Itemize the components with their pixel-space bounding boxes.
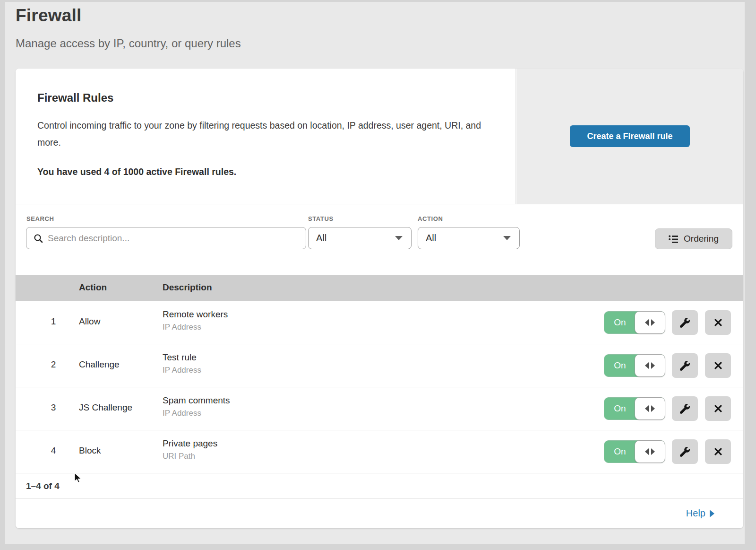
delete-rule-button[interactable]: [705, 353, 731, 378]
toggle-handle[interactable]: [635, 311, 665, 334]
rule-controls: On: [604, 301, 731, 344]
triangle-right-icon: [651, 405, 655, 412]
table-row: 1 Allow Remote workers IP Address On: [16, 301, 743, 344]
edit-rule-button[interactable]: [672, 310, 698, 335]
search-label: SEARCH: [26, 215, 54, 222]
rule-action: Challenge: [79, 359, 120, 370]
triangle-right-icon: [651, 448, 655, 455]
wrench-icon: [680, 447, 690, 457]
table-header-row: Action Description: [16, 275, 743, 301]
rule-description: Spam comments: [163, 395, 230, 406]
delete-rule-button[interactable]: [705, 310, 731, 335]
triangle-right-icon: [710, 510, 714, 517]
ordering-button[interactable]: Ordering: [655, 228, 732, 249]
page-header: Firewall Manage access by IP, country, o…: [16, 6, 241, 50]
triangle-left-icon: [645, 319, 649, 326]
toggle-on-label: On: [604, 312, 636, 333]
rule-number: 2: [47, 359, 60, 370]
rule-description-cell: Spam comments IP Address: [163, 395, 230, 418]
x-icon: [713, 446, 723, 457]
rule-description: Test rule: [163, 352, 201, 363]
app-background: Firewall Manage access by IP, country, o…: [5, 2, 745, 544]
pagination-bar: 1–4 of 4: [16, 473, 743, 499]
rule-controls: On: [604, 344, 731, 387]
rule-number: 4: [47, 445, 60, 456]
toggle-handle[interactable]: [635, 397, 665, 420]
rule-match-type: IP Address: [163, 366, 201, 375]
table-row: 3 JS Challenge Spam comments IP Address …: [16, 387, 743, 430]
rule-number: 3: [47, 402, 60, 413]
wrench-icon: [680, 361, 690, 371]
create-rule-panel: Create a Firewall rule: [516, 69, 743, 204]
chevron-down-icon: [395, 236, 403, 240]
create-firewall-rule-button[interactable]: Create a Firewall rule: [570, 125, 690, 147]
rules-section-title: Firewall Rules: [37, 91, 515, 105]
triangle-left-icon: [645, 405, 649, 412]
action-select-value: All: [426, 233, 436, 244]
rule-enabled-toggle[interactable]: On: [604, 354, 665, 377]
table-row: 2 Challenge Test rule IP Address On: [16, 344, 743, 387]
rule-match-type: URI Path: [163, 452, 217, 461]
x-icon: [713, 317, 723, 328]
help-link[interactable]: Help: [686, 508, 714, 519]
rule-description-cell: Remote workers IP Address: [163, 309, 228, 332]
edit-rule-button[interactable]: [672, 353, 698, 378]
status-label: STATUS: [308, 215, 334, 222]
help-bar: Help: [16, 499, 743, 528]
toggle-on-label: On: [604, 355, 636, 376]
rules-summary-section: Firewall Rules Control incoming traffic …: [16, 69, 743, 204]
triangle-right-icon: [651, 319, 655, 326]
x-icon: [713, 403, 723, 414]
rule-number: 1: [47, 316, 60, 327]
edit-rule-button[interactable]: [672, 396, 698, 421]
chevron-down-icon: [503, 236, 511, 240]
rules-summary-text: Firewall Rules Control incoming traffic …: [16, 69, 516, 204]
column-header-description: Description: [163, 282, 212, 293]
edit-rule-button[interactable]: [672, 439, 698, 464]
status-select-value: All: [316, 233, 326, 244]
rule-action: Block: [79, 445, 101, 456]
rule-enabled-toggle[interactable]: On: [604, 440, 665, 463]
action-label: ACTION: [418, 215, 443, 222]
action-select[interactable]: All: [418, 227, 520, 249]
rules-description: Control incoming traffic to your zone by…: [37, 117, 486, 151]
rule-description: Private pages: [163, 438, 217, 449]
delete-rule-button[interactable]: [705, 396, 731, 421]
table-row: 4 Block Private pages URI Path On: [16, 430, 743, 473]
rules-usage-count: You have used 4 of 1000 active Firewall …: [37, 166, 515, 177]
wrench-icon: [680, 318, 690, 328]
rule-controls: On: [604, 430, 731, 473]
help-link-label: Help: [686, 508, 705, 519]
toggle-on-label: On: [604, 441, 636, 463]
ordered-list-icon: [669, 235, 679, 243]
ordering-button-label: Ordering: [684, 234, 719, 244]
search-input[interactable]: [48, 233, 306, 244]
triangle-left-icon: [645, 362, 649, 369]
rule-match-type: IP Address: [163, 409, 230, 418]
page-title: Firewall: [16, 6, 241, 26]
rule-enabled-toggle[interactable]: On: [604, 397, 665, 420]
firewall-rules-card: Firewall Rules Control incoming traffic …: [16, 69, 743, 528]
triangle-left-icon: [645, 448, 649, 455]
search-field[interactable]: [26, 227, 306, 249]
rule-controls: On: [604, 387, 731, 430]
rule-description-cell: Test rule IP Address: [163, 352, 201, 375]
pagination-count: 1–4 of 4: [26, 481, 60, 491]
rule-action: Allow: [79, 316, 100, 327]
page-subtitle: Manage access by IP, country, or query r…: [16, 37, 241, 50]
wrench-icon: [680, 404, 690, 414]
x-icon: [713, 360, 723, 371]
filters-bar: SEARCH STATUS All ACTION All: [16, 204, 743, 275]
rules-list: 1 Allow Remote workers IP Address On: [16, 301, 743, 473]
triangle-right-icon: [651, 362, 655, 369]
rule-description-cell: Private pages URI Path: [163, 438, 217, 461]
column-header-action: Action: [79, 282, 107, 293]
rule-action: JS Challenge: [79, 402, 132, 413]
delete-rule-button[interactable]: [705, 439, 731, 464]
toggle-handle[interactable]: [635, 354, 665, 377]
rule-match-type: IP Address: [163, 323, 228, 332]
status-select[interactable]: All: [308, 227, 412, 249]
toggle-handle[interactable]: [635, 440, 665, 463]
rule-enabled-toggle[interactable]: On: [604, 311, 665, 334]
toggle-on-label: On: [604, 398, 636, 419]
